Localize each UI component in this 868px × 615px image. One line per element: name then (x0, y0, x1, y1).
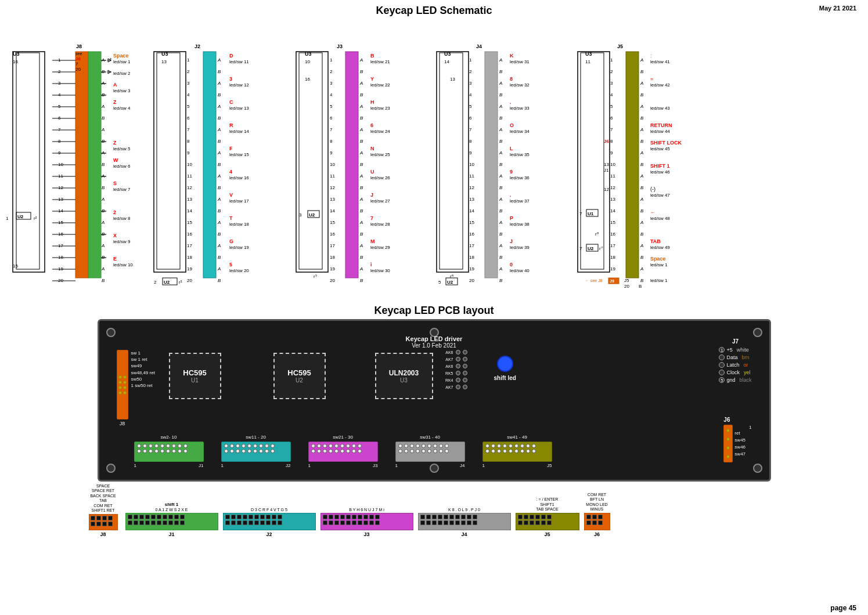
svg-text:5: 5 (469, 104, 472, 109)
svg-text:13: 13 (161, 59, 167, 64)
j8-connector (117, 350, 128, 419)
svg-text:A: A (359, 127, 363, 132)
svg-text:led/sw 44: led/sw 44 (650, 129, 670, 134)
svg-text:18: 18 (610, 255, 615, 260)
ic-u1: HC595 U1 (169, 353, 221, 399)
svg-text:led/sw 36: led/sw 36 (510, 175, 530, 180)
svg-text:H: H (370, 99, 374, 105)
svg-text:Z: Z (113, 99, 117, 105)
svg-text:=: = (650, 76, 653, 82)
j8-connector-area: J8 sw 1 sw 1 ret sw49 sw48,49 ret sw50 1… (117, 350, 128, 426)
svg-text:B: B (218, 115, 221, 121)
j7-area: J7 1 +5white Databrn Latchor Clockyel (719, 338, 751, 383)
svg-text:B: B (499, 162, 503, 167)
j6-area: J6 ret sw45 sw46 sw47 1 (723, 417, 751, 462)
strip-j8: SPACESPACE RETBACK SPACETABCOM RETSHIFT1… (86, 484, 121, 537)
svg-text:11: 11 (469, 173, 474, 179)
svg-text:4: 4 (610, 92, 613, 97)
strip-j1-label-bottom: J1 (168, 531, 174, 537)
svg-text:A: A (101, 220, 105, 225)
pcb-j3: sw21 - 30 1J3 (308, 435, 378, 468)
svg-text:A: A (359, 197, 363, 202)
ic-u3-label: ULN2003 (389, 369, 419, 377)
svg-text:J9: J9 (610, 279, 614, 283)
svg-text:A: A (359, 266, 363, 272)
svg-text:8: 8 (610, 139, 613, 144)
ic-u2-label: HC595 (287, 368, 311, 377)
mount-hole-br (753, 464, 762, 473)
svg-text:A: A (640, 127, 643, 132)
svg-text:SHIFT 1: SHIFT 1 (650, 163, 670, 169)
svg-text:B: B (218, 185, 221, 190)
svg-text:J1: J1 (604, 168, 609, 173)
svg-text:P: P (510, 215, 513, 221)
j4-connector-pcb (395, 442, 465, 462)
page-number: page 45 (830, 604, 856, 612)
svg-text:led/sw 42: led/sw 42 (650, 82, 670, 88)
svg-text:B: B (640, 139, 644, 144)
svg-text:B: B (640, 208, 644, 214)
strip-j3-keys: B Y H 6 N U J 7 M i (349, 508, 384, 512)
svg-text:9: 9 (610, 150, 613, 155)
svg-text:8: 8 (469, 139, 472, 144)
svg-text:16: 16 (610, 231, 615, 237)
svg-text:A: A (359, 57, 363, 63)
svg-text:A: A (499, 197, 502, 202)
svg-text:A: A (101, 266, 105, 272)
svg-text:J8: J8 (76, 44, 82, 49)
j7-pin-1: 1 +5white (719, 347, 751, 353)
svg-text:8: 8 (330, 139, 333, 144)
strip-j2-label-bottom: J2 (266, 531, 272, 537)
svg-text:led/sw 1: led/sw 1 (113, 59, 131, 64)
svg-text:A: A (359, 220, 363, 225)
strip-j2-keys: D 3 C R F 4 V T G 5 (251, 508, 287, 512)
svg-text:led/sw 19: led/sw 19 (229, 245, 249, 250)
svg-text:10: 10 (305, 59, 310, 64)
svg-text:E: E (113, 256, 117, 262)
board-title: Keycap LED driver (406, 335, 463, 342)
svg-text:i: i (370, 262, 372, 267)
svg-text:A: A (101, 243, 105, 248)
svg-text:15: 15 (13, 263, 18, 269)
shift-led-area: shift led (494, 356, 516, 381)
ic-u2: HC595 U2 (273, 353, 326, 399)
svg-text:A: A (640, 57, 643, 63)
svg-text:TAB: TAB (650, 238, 661, 244)
svg-text:A: A (640, 104, 643, 109)
svg-text:7: 7 (469, 127, 472, 132)
svg-text:B: B (102, 162, 105, 167)
svg-text:2: 2 (113, 209, 116, 215)
svg-text:led/sw 17: led/sw 17 (229, 198, 249, 204)
svg-text:B: B (218, 278, 221, 283)
svg-text:B: B (640, 278, 644, 283)
svg-text:A: A (217, 81, 221, 86)
svg-text:led/sw 16: led/sw 16 (229, 175, 249, 180)
svg-text:led/sw 32: led/sw 32 (510, 82, 530, 88)
svg-text:B: B (499, 115, 503, 121)
svg-text:J: J (370, 192, 373, 198)
svg-text:led/sw 28: led/sw 28 (370, 222, 390, 227)
svg-text:led/sw 1: led/sw 1 (650, 278, 668, 283)
j1-connector-pcb (134, 442, 204, 462)
svg-text:U2: U2 (164, 280, 170, 285)
svg-text:A: A (359, 104, 363, 109)
j5-connector-pcb (482, 442, 552, 462)
svg-text:X: X (113, 233, 117, 238)
mount-hole-bl (106, 464, 116, 473)
strip-j8-labels: SPACESPACE RETBACK SPACETABCOM RETSHIFT1… (90, 484, 116, 513)
svg-text:led/sw 22: led/sw 22 (370, 82, 390, 88)
svg-text:A: A (359, 81, 363, 86)
svg-text:B: B (102, 185, 105, 190)
mount-hole-tr (753, 328, 762, 337)
svg-text:led/sw 23: led/sw 23 (370, 106, 390, 111)
svg-text:11: 11 (330, 173, 335, 179)
svg-text:J5: J5 (624, 278, 629, 283)
svg-text:led/sw 10: led/sw 10 (113, 262, 133, 267)
svg-text:led/sw 25: led/sw 25 (370, 152, 390, 157)
svg-text:17: 17 (610, 243, 615, 248)
svg-text:U2: U2 (309, 212, 315, 218)
ic-u1-label: HC595 (183, 368, 206, 377)
page-date: May 21 2021 (819, 5, 856, 12)
svg-text:led/sw 9: led/sw 9 (113, 239, 131, 244)
svg-text:Space: Space (113, 53, 129, 59)
